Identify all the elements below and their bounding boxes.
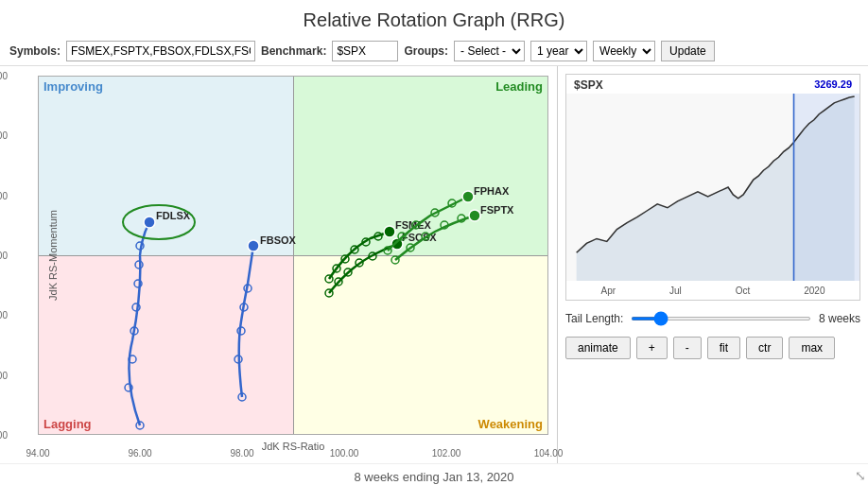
svg-point-8 [144,217,155,228]
tail-length-slider[interactable] [631,317,811,320]
tick-y-2: 98.00 [0,310,8,320]
svg-text:FPHAX: FPHAX [474,185,510,197]
period-select[interactable]: 1 year [530,41,587,61]
x-label-apr: Apr [600,286,616,296]
fit-button[interactable]: fit [707,337,740,359]
animate-button[interactable]: animate [565,337,631,359]
groups-select[interactable]: - Select - [454,41,525,61]
frequency-select[interactable]: Weekly [593,41,655,61]
x-label-2020: 2020 [804,286,825,296]
right-panel: $SPX 3269.29 3400 3200 3000 2800 2600 [558,66,868,463]
benchmark-svg [566,94,859,281]
benchmark-input[interactable] [332,41,398,61]
symbols-label: Symbols: [9,44,61,58]
minus-button[interactable]: - [673,337,702,359]
tail-weeks: 8 weeks [819,312,860,325]
update-button[interactable]: Update [661,41,715,61]
x-label-jul: Jul [669,286,682,296]
benchmark-value: 3269.29 [814,78,852,90]
svg-point-45 [469,210,480,221]
tick-y-3: 99.00 [0,251,8,261]
resize-icon: ⤡ [855,468,866,483]
svg-text:FBSOX: FBSOX [260,234,297,246]
tick-x-5: 104.00 [534,448,564,459]
benchmark-x-labels: Apr Jul Oct 2020 [566,286,859,296]
toolbar: Symbols: Benchmark: Groups: - Select - 1… [0,37,868,66]
main-content: Improving Leading Lagging Weakening JdK … [0,66,868,463]
tick-x-4: 102.00 [432,448,461,459]
tick-x-1: 96.00 [128,448,151,459]
svg-point-16 [248,240,259,251]
rrg-area: Improving Leading Lagging Weakening JdK … [0,66,558,463]
tick-x-3: 100.00 [330,448,359,459]
svg-point-6 [135,261,143,268]
benchmark-chart: $SPX 3269.29 3400 3200 3000 2800 2600 [565,74,860,301]
tail-length-label: Tail Length: [565,312,623,325]
tick-x-2: 98.00 [230,448,253,459]
rrg-chart: Improving Leading Lagging Weakening JdK … [38,76,548,435]
x-label-oct: Oct [736,286,751,296]
benchmark-label: Benchmark: [261,44,326,58]
plus-button[interactable]: + [636,337,668,359]
rrg-svg: FDLSX FBSOX [38,76,548,435]
tick-y-6: 102.00 [0,71,8,81]
tick-y-4: 100.00 [0,190,8,200]
tail-length-row: Tail Length: 8 weeks [565,312,860,325]
page-title: Relative Rotation Graph (RRG) [0,0,868,37]
tick-y-0: 96.00 [0,430,8,441]
tick-y-1: 97.00 [0,370,8,380]
action-buttons: animate + - fit ctr max [565,337,860,359]
tick-x-0: 94.00 [26,448,49,459]
x-axis-label: JdK RS-Ratio [262,441,325,452]
benchmark-ticker: $SPX [574,78,603,92]
footer: 8 weeks ending Jan 13, 2020 [0,463,868,485]
ctr-button[interactable]: ctr [746,337,783,359]
groups-label: Groups: [404,44,448,58]
symbols-input[interactable] [66,41,255,61]
tick-y-5: 101.00 [0,130,8,141]
svg-text:FSPTX: FSPTX [480,204,514,216]
svg-point-24 [384,226,395,237]
max-button[interactable]: max [789,337,835,359]
svg-point-38 [462,191,474,202]
